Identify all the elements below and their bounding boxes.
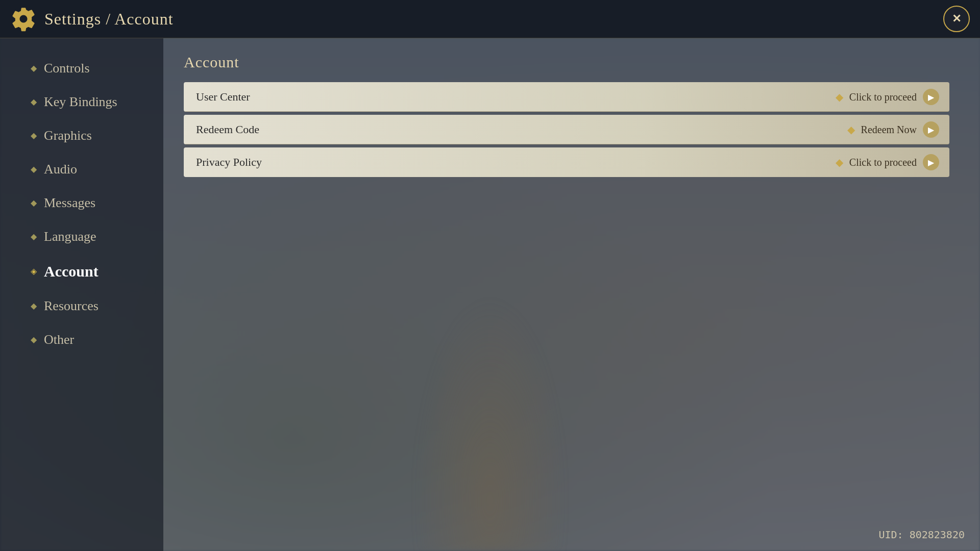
bullet-icon-key-bindings: ◆ <box>31 98 37 106</box>
header-left: Settings / Account <box>10 6 174 32</box>
user-center-right: ◆ Click to proceed ▶ <box>836 89 939 105</box>
section-title: Account <box>184 54 949 71</box>
uid-display: UID: 802823820 <box>878 529 965 541</box>
sidebar-item-label-account: Account <box>44 263 99 280</box>
sidebar-item-key-bindings[interactable]: ◆ Key Bindings <box>31 87 163 117</box>
bullet-icon-controls: ◆ <box>31 64 37 72</box>
user-center-label: User Center <box>196 90 250 104</box>
bullet-icon-language: ◆ <box>31 233 37 241</box>
redeem-code-row[interactable]: Redeem Code ◆ Redeem Now ▶ <box>184 115 949 144</box>
bullet-icon-resources: ◆ <box>31 302 37 310</box>
bullet-icon-messages: ◆ <box>31 199 37 207</box>
user-center-action-text: Click to proceed <box>849 91 917 103</box>
row-divider-redeem <box>184 144 949 144</box>
arrow-icon-redeem: ▶ <box>923 121 939 138</box>
privacy-policy-label: Privacy Policy <box>196 156 262 169</box>
sidebar-item-resources[interactable]: ◆ Resources <box>31 291 163 321</box>
redeem-code-label: Redeem Code <box>196 123 259 136</box>
sidebar-item-other[interactable]: ◆ Other <box>31 325 163 355</box>
header-title: Settings / Account <box>44 10 174 29</box>
privacy-policy-row[interactable]: Privacy Policy ◆ Click to proceed ▶ <box>184 147 949 177</box>
sidebar-item-label-other: Other <box>44 332 74 347</box>
sidebar-item-label-messages: Messages <box>44 195 95 211</box>
close-button[interactable]: ✕ <box>943 6 970 32</box>
right-content: Account User Center ◆ Click to proceed ▶… <box>163 38 980 551</box>
redeem-code-action-text: Redeem Now <box>861 124 917 136</box>
arrow-icon-privacy: ▶ <box>923 154 939 170</box>
privacy-policy-action-text: Click to proceed <box>849 157 917 168</box>
redeem-code-right: ◆ Redeem Now ▶ <box>847 121 939 138</box>
sidebar-item-label-controls: Controls <box>44 61 90 76</box>
privacy-policy-right: ◆ Click to proceed ▶ <box>836 154 939 170</box>
sidebar-item-label-audio: Audio <box>44 162 77 177</box>
diamond-icon-redeem: ◆ <box>847 123 855 136</box>
diamond-icon-privacy: ◆ <box>836 156 843 168</box>
header: Settings / Account ✕ <box>0 0 980 38</box>
sidebar-item-label-resources: Resources <box>44 298 99 314</box>
sidebar: ◆ Controls ◆ Key Bindings ◆ Graphics ◆ A… <box>0 38 163 551</box>
bullet-icon-account: ◈ <box>31 267 37 276</box>
bullet-icon-graphics: ◆ <box>31 132 37 140</box>
sidebar-item-audio[interactable]: ◆ Audio <box>31 155 163 184</box>
sidebar-item-language[interactable]: ◆ Language <box>31 222 163 252</box>
sidebar-item-label-language: Language <box>44 229 96 244</box>
arrow-icon-user-center: ▶ <box>923 89 939 105</box>
sidebar-item-label-key-bindings: Key Bindings <box>44 94 117 110</box>
diamond-icon-user-center: ◆ <box>836 91 843 103</box>
sidebar-item-graphics[interactable]: ◆ Graphics <box>31 121 163 151</box>
gear-icon <box>10 6 37 32</box>
row-divider-user-center <box>184 111 949 112</box>
sidebar-item-messages[interactable]: ◆ Messages <box>31 188 163 218</box>
user-center-row[interactable]: User Center ◆ Click to proceed ▶ <box>184 82 949 112</box>
sidebar-item-label-graphics: Graphics <box>44 128 92 143</box>
main-content: ◆ Controls ◆ Key Bindings ◆ Graphics ◆ A… <box>0 38 980 551</box>
sidebar-item-controls[interactable]: ◆ Controls <box>31 54 163 83</box>
bullet-icon-other: ◆ <box>31 336 37 344</box>
bullet-icon-audio: ◆ <box>31 165 37 173</box>
sidebar-item-account[interactable]: ◈ Account <box>31 256 163 287</box>
